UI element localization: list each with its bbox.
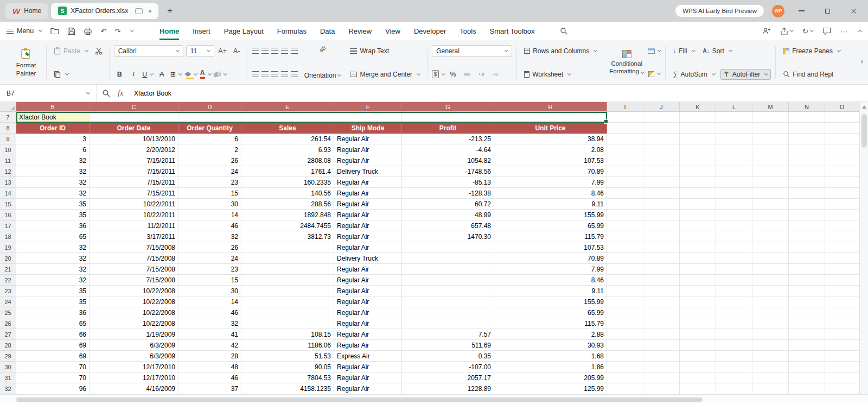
cell-L17[interactable] — [716, 220, 752, 231]
cell-L20[interactable] — [716, 253, 752, 264]
cell-G32[interactable]: 1228.89 — [402, 383, 494, 394]
cell-D21[interactable]: 23 — [178, 264, 241, 275]
cell-M20[interactable] — [752, 253, 789, 264]
cell-H7[interactable] — [494, 112, 607, 123]
cell-L30[interactable] — [716, 362, 752, 373]
cell-C9[interactable]: 10/13/2010 — [90, 134, 178, 144]
cell-L24[interactable] — [716, 296, 752, 307]
cell-K28[interactable] — [680, 340, 716, 351]
decrease-decimal-button[interactable]: -.0 — [490, 69, 501, 80]
font-size-select[interactable]: 11 — [186, 45, 214, 57]
fill-color-button[interactable] — [184, 69, 197, 80]
currency-format-button[interactable]: $ — [432, 69, 444, 80]
cell-J22[interactable] — [643, 275, 680, 286]
cell-J13[interactable] — [643, 177, 680, 188]
cell-K27[interactable] — [680, 329, 716, 340]
cell-E16[interactable]: 1892.848 — [241, 210, 334, 220]
row-header-14[interactable]: 14 — [0, 188, 16, 199]
cell-L18[interactable] — [716, 231, 752, 242]
cell-B15[interactable]: 35 — [16, 199, 90, 210]
cell-L21[interactable] — [716, 264, 752, 275]
cell-O23[interactable] — [825, 286, 859, 296]
increase-font-button[interactable]: A+ — [217, 46, 228, 56]
comment-icon[interactable] — [822, 27, 831, 35]
cell-O20[interactable] — [825, 253, 859, 264]
align-distributed-icon[interactable] — [291, 71, 298, 77]
cell-D30[interactable]: 48 — [178, 362, 241, 373]
cell-B7[interactable]: Xfactor Book — [16, 112, 90, 123]
cell-M21[interactable] — [752, 264, 789, 275]
cell-J21[interactable] — [643, 264, 680, 275]
cell-F15[interactable]: Regular Air — [334, 199, 402, 210]
cell-J17[interactable] — [643, 220, 680, 231]
cell-C26[interactable]: 10/22/2008 — [90, 318, 178, 329]
cell-K25[interactable] — [680, 307, 716, 318]
orientation-button[interactable]: ab Orientation — [301, 43, 345, 81]
cell-D18[interactable]: 32 — [178, 231, 241, 242]
print-icon[interactable] — [84, 27, 92, 35]
column-header-O[interactable]: O — [825, 102, 859, 112]
cell-G23[interactable] — [402, 286, 494, 296]
cell-D11[interactable]: 26 — [178, 155, 241, 166]
cell-D20[interactable]: 24 — [178, 253, 241, 264]
cell-N32[interactable] — [789, 383, 825, 394]
cell-C32[interactable]: 4/16/2009 — [90, 383, 178, 394]
align-right-icon[interactable] — [271, 71, 278, 77]
cell-M15[interactable] — [752, 199, 789, 210]
cell-G27[interactable]: 7.57 — [402, 329, 494, 340]
cell-E14[interactable]: 140.56 — [241, 188, 334, 199]
cell-D32[interactable]: 37 — [178, 383, 241, 394]
cell-H22[interactable]: 8.46 — [494, 275, 607, 286]
cell-C24[interactable]: 10/22/2008 — [90, 296, 178, 307]
cell-G30[interactable]: -107.00 — [402, 362, 494, 373]
cell-F11[interactable]: Regular Air — [334, 155, 402, 166]
cell-J7[interactable] — [643, 112, 680, 123]
cell-H18[interactable]: 115.79 — [494, 231, 607, 242]
cell-J30[interactable] — [643, 362, 680, 373]
row-header-25[interactable]: 25 — [0, 307, 16, 318]
copy-button[interactable] — [51, 70, 71, 79]
cell-I10[interactable] — [607, 144, 643, 155]
cell-F21[interactable]: Regular Air — [334, 264, 402, 275]
cell-F19[interactable]: Regular Air — [334, 242, 402, 253]
cell-K21[interactable] — [680, 264, 716, 275]
cell-L29[interactable] — [716, 351, 752, 362]
cell-F29[interactable]: Express Air — [334, 351, 402, 362]
cell-B18[interactable]: 65 — [16, 231, 90, 242]
cell-L14[interactable] — [716, 188, 752, 199]
clear-format-button[interactable] — [214, 69, 227, 80]
close-button[interactable] — [844, 3, 863, 18]
save-icon[interactable] — [67, 27, 75, 35]
cell-K8[interactable] — [680, 123, 716, 134]
decrease-indent-icon[interactable] — [281, 48, 288, 54]
cell-E22[interactable] — [241, 275, 334, 286]
cell-J31[interactable] — [643, 373, 680, 383]
row-header-13[interactable]: 13 — [0, 177, 16, 188]
align-left-icon[interactable] — [252, 71, 259, 77]
cell-I22[interactable] — [607, 275, 643, 286]
cell-I30[interactable] — [607, 362, 643, 373]
cell-I8[interactable] — [607, 123, 643, 134]
column-header-I[interactable]: I — [607, 102, 643, 112]
align-top-icon[interactable] — [252, 48, 259, 54]
redo-icon[interactable]: ↷ — [114, 28, 120, 35]
cell-I20[interactable] — [607, 253, 643, 264]
align-middle-icon[interactable] — [261, 48, 269, 54]
cell-H31[interactable]: 205.99 — [494, 373, 607, 383]
row-header-23[interactable]: 23 — [0, 286, 16, 296]
column-header-G[interactable]: G — [402, 102, 494, 112]
cell-H12[interactable]: 70.89 — [494, 166, 607, 177]
row-header-20[interactable]: 20 — [0, 253, 16, 264]
cell-N26[interactable] — [789, 318, 825, 329]
cell-I19[interactable] — [607, 242, 643, 253]
cell-I17[interactable] — [607, 220, 643, 231]
cell-L10[interactable] — [716, 144, 752, 155]
freeze-panes-button[interactable]: Freeze Panes — [780, 46, 843, 56]
increase-decimal-button[interactable]: +.0 — [476, 69, 487, 80]
cell-O14[interactable] — [825, 188, 859, 199]
row-header-28[interactable]: 28 — [0, 340, 16, 351]
cell-L7[interactable] — [716, 112, 752, 123]
cell-C11[interactable]: 7/15/2011 — [90, 155, 178, 166]
cell-H27[interactable]: 2.88 — [494, 329, 607, 340]
cell-J14[interactable] — [643, 188, 680, 199]
